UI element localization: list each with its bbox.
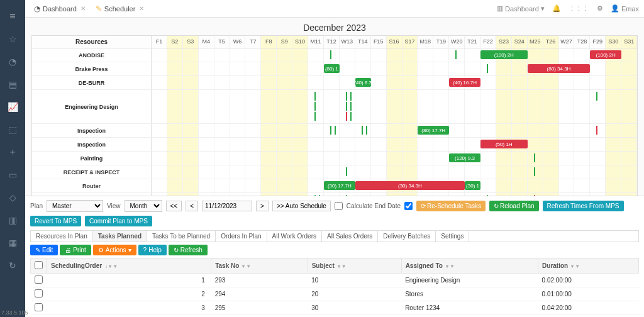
gantt-tick[interactable] bbox=[346, 167, 347, 176]
settings-gear-icon[interactable]: ⚙ bbox=[597, 4, 603, 13]
notifications-icon[interactable]: 🔔 bbox=[552, 4, 561, 13]
commit-button[interactable]: Commit Plan to MPS bbox=[85, 216, 152, 226]
select-all-checkbox[interactable] bbox=[35, 261, 43, 269]
gantt-bar[interactable]: (50) 1H bbox=[480, 140, 528, 148]
gantt-tick[interactable] bbox=[362, 126, 363, 135]
gantt-bar[interactable]: (80) 17.7H bbox=[418, 126, 449, 135]
calc-end-date-checkbox[interactable] bbox=[335, 202, 343, 210]
gantt-bar[interactable]: (120) 9.3 bbox=[449, 153, 480, 162]
gantt-tick[interactable] bbox=[346, 112, 347, 121]
refresh-button[interactable]: ↻ Refresh bbox=[169, 245, 208, 255]
refresh-times-button[interactable]: Refresh Times From MPS bbox=[543, 201, 624, 211]
subtab[interactable]: Tasks Planned bbox=[93, 231, 147, 242]
gantt-tick[interactable] bbox=[314, 112, 316, 121]
gantt-bar[interactable]: (30) 1 bbox=[465, 181, 480, 190]
gantt-bar[interactable]: (40) 16.7H bbox=[449, 78, 480, 87]
row-checkbox[interactable] bbox=[35, 275, 43, 284]
subtab[interactable]: All Work Orders bbox=[267, 231, 322, 242]
gantt-bar[interactable]: (30) 34.3H bbox=[355, 181, 465, 190]
settings-icon[interactable]: ▦ bbox=[5, 235, 20, 250]
list-icon[interactable]: ▤ bbox=[5, 77, 20, 92]
gantt-tick[interactable] bbox=[314, 195, 316, 196]
row-checkbox[interactable] bbox=[35, 303, 43, 311]
table-row[interactable]: 329530Router 12340.04:20:00 bbox=[31, 301, 639, 315]
clock-icon[interactable]: ◔ bbox=[5, 54, 20, 69]
date-input[interactable] bbox=[202, 201, 252, 211]
gantt-tick[interactable] bbox=[314, 92, 316, 101]
column-header[interactable]: Subject ▾ ▼ bbox=[308, 259, 401, 274]
scheduler-tab-icon: ✎ bbox=[96, 4, 102, 13]
gantt-tick[interactable] bbox=[346, 102, 347, 111]
gantt-tick[interactable] bbox=[350, 112, 352, 121]
user-menu[interactable]: 👤 Emax bbox=[611, 4, 639, 13]
column-header[interactable]: Assigned To ▾ ▼ bbox=[401, 259, 538, 274]
subtab[interactable]: Orders In Plan bbox=[216, 231, 267, 242]
gantt-bar[interactable]: (100) 2H bbox=[590, 50, 621, 59]
hamburger-icon[interactable]: ≡ bbox=[5, 9, 20, 24]
gantt-bar[interactable]: (40) 8.3 bbox=[355, 78, 371, 87]
gantt-tick[interactable] bbox=[346, 92, 347, 101]
gantt-tick[interactable] bbox=[534, 167, 535, 176]
table-row[interactable]: 129310Engineering Design0.02:00:00 bbox=[31, 274, 639, 287]
gantt-bar[interactable]: (30) 17.7H bbox=[324, 181, 355, 190]
print-button[interactable]: 🖨 Print bbox=[60, 245, 91, 255]
gantt-tick[interactable] bbox=[534, 195, 535, 196]
subtab[interactable]: Settings bbox=[436, 231, 469, 242]
day-header-cell: S16 bbox=[387, 36, 402, 48]
gantt-tick[interactable] bbox=[335, 126, 336, 135]
gantt-tick[interactable] bbox=[487, 195, 488, 196]
folder-icon[interactable]: ▭ bbox=[5, 167, 20, 182]
gantt-bar[interactable]: (80) 1 bbox=[324, 64, 340, 73]
gantt-tick[interactable] bbox=[366, 126, 367, 135]
reload-icon[interactable]: ↻ bbox=[5, 258, 20, 273]
gantt-tick[interactable] bbox=[330, 126, 331, 135]
reschedule-button[interactable]: ⟳Re-Schedule Tasks bbox=[416, 201, 486, 211]
gantt-tick[interactable] bbox=[487, 64, 488, 73]
column-header[interactable]: SchedulingOrder ↓ ▾ ▼ bbox=[47, 259, 211, 274]
column-header[interactable]: Duration ▾ ▼ bbox=[538, 259, 639, 274]
gantt-tick[interactable] bbox=[455, 50, 457, 59]
actions-button[interactable]: ⚙ Actions ▾ bbox=[93, 245, 136, 255]
subtab[interactable]: Tasks To be Planned bbox=[147, 231, 216, 242]
gantt-tick[interactable] bbox=[596, 126, 597, 135]
revert-button[interactable]: Revert To MPS bbox=[30, 216, 81, 226]
chart-icon[interactable]: 📈 bbox=[5, 99, 20, 114]
gantt-tick[interactable] bbox=[350, 92, 352, 101]
table-row[interactable]: 229420Stores0.01:00:00 bbox=[31, 287, 639, 301]
view-select[interactable]: Month bbox=[125, 200, 162, 212]
plus-icon[interactable]: ＋ bbox=[5, 145, 20, 160]
gantt-bar[interactable]: (100) 2H bbox=[480, 50, 528, 59]
prev-button[interactable]: < bbox=[186, 201, 198, 211]
tab-dashboard[interactable]: ◔ Dashboard ✕ bbox=[30, 3, 89, 15]
gantt-bar[interactable]: (80) 34.3H bbox=[528, 64, 591, 73]
gantt-tick[interactable] bbox=[350, 102, 352, 111]
doc-icon[interactable]: ▥ bbox=[5, 213, 20, 228]
gantt-tick[interactable] bbox=[314, 102, 316, 111]
gantt-tick[interactable] bbox=[330, 50, 331, 59]
edit-button[interactable]: ✎ Edit bbox=[30, 245, 58, 255]
next-button[interactable]: > bbox=[256, 201, 269, 211]
subtab[interactable]: All Sales Orders bbox=[322, 231, 378, 242]
column-header[interactable]: Task No ▾ ▼ bbox=[211, 259, 308, 274]
apps-icon[interactable]: ⋮⋮⋮ bbox=[569, 4, 589, 13]
dashboard-dropdown[interactable]: ▥ Dashboard ▾ bbox=[497, 4, 545, 13]
package-icon[interactable]: ⬚ bbox=[5, 122, 20, 137]
auto-schedule-button[interactable]: >> Auto Schedule bbox=[272, 201, 331, 211]
plan-select[interactable]: Master bbox=[47, 200, 103, 212]
reload-plan-button[interactable]: ↻Reload Plan bbox=[489, 201, 538, 211]
row-checkbox[interactable] bbox=[35, 289, 43, 298]
prev-range-button[interactable]: << bbox=[166, 201, 182, 211]
subtab[interactable]: Resources In Plan bbox=[31, 231, 93, 242]
gantt-tick[interactable] bbox=[596, 92, 597, 101]
gantt-tick[interactable] bbox=[319, 195, 320, 196]
checkbox-2[interactable] bbox=[404, 202, 413, 210]
tab-scheduler[interactable]: ✎ Scheduler ✕ bbox=[92, 3, 148, 15]
gantt-tick[interactable] bbox=[534, 153, 535, 162]
subtab[interactable]: Delivery Batches bbox=[378, 231, 436, 242]
close-icon[interactable]: ✕ bbox=[139, 5, 144, 12]
close-icon[interactable]: ✕ bbox=[80, 5, 86, 12]
star-icon[interactable]: ☆ bbox=[5, 31, 20, 47]
cube-icon[interactable]: ◇ bbox=[5, 190, 20, 205]
gantt-tick[interactable] bbox=[346, 195, 347, 196]
help-button[interactable]: ? Help bbox=[138, 245, 167, 255]
